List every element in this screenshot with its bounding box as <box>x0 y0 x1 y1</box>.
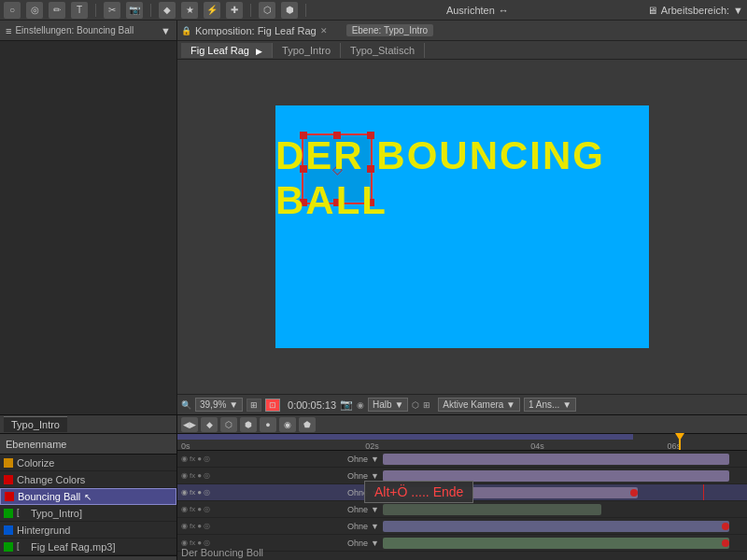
tl-hg-prop2[interactable]: fx <box>190 522 195 530</box>
tab-typo-intro[interactable]: Typo_Intro <box>273 43 341 58</box>
ruler-0s: 0s <box>181 441 190 451</box>
ebenenname-label: Ebenenname <box>6 439 66 450</box>
tab-typo-statisch[interactable]: Typo_Statisch <box>341 43 425 58</box>
layer-row-typo-intro[interactable]: [ Typo_Intro] <box>0 505 176 522</box>
comp-region-icon[interactable]: ⊡ <box>265 399 280 412</box>
workspace-dropdown[interactable]: ▼ <box>733 5 743 16</box>
tl-ti-prop2[interactable]: fx <box>190 505 195 513</box>
layer-names-panel: Typo_Intro Ebenenname Colorize Change Co… <box>0 415 177 560</box>
tl-bb-prop3[interactable]: ● <box>197 488 202 497</box>
layer-row-hintergrund[interactable]: Hintergrund <box>0 522 176 539</box>
tl-ti-prop3[interactable]: ● <box>197 505 202 513</box>
tl-prop1[interactable]: ◉ <box>181 455 188 463</box>
tab-arrow: ▶ <box>256 47 262 56</box>
layer-row-change-colors[interactable]: Change Colors <box>0 471 176 488</box>
comp-close-icon[interactable]: ✕ <box>320 26 328 35</box>
tl-fl-prop3[interactable]: ● <box>197 539 202 547</box>
quality-dropdown[interactable]: Halb ▼ <box>368 398 408 412</box>
tl-btn-graph[interactable]: ⬡ <box>220 417 237 432</box>
tl-btn-keyframe[interactable]: ◆ <box>201 417 218 432</box>
camera-tool-icon[interactable]: 📷 <box>126 2 143 19</box>
tl-ti-prop1[interactable]: ◉ <box>181 505 188 513</box>
tl-prop2[interactable]: fx <box>190 455 195 463</box>
left-panel-expand-icon[interactable]: ≡ <box>6 25 11 36</box>
work-area-bar <box>177 434 633 440</box>
tl-hg-prop4[interactable]: ◎ <box>204 522 210 530</box>
tl-btn-motion-blur[interactable]: ⬢ <box>240 417 257 432</box>
workspace-icon: 🖥 <box>647 5 657 16</box>
tl-mode-dropdown[interactable]: ▼ <box>371 455 379 464</box>
layer-color-colorize <box>4 458 13 468</box>
tl-bb-prop2[interactable]: fx <box>190 488 195 497</box>
left-panel-menu-icon[interactable]: ▼ <box>161 25 171 36</box>
tl-fl-mode-dropdown[interactable]: ▼ <box>371 539 379 548</box>
tl-ti-prop4[interactable]: ◎ <box>204 505 210 513</box>
tl-cc-prop4[interactable]: ◎ <box>204 471 210 480</box>
tl-cc-prop3[interactable]: ● <box>197 471 202 480</box>
comp-fit-icon[interactable]: ⊞ <box>247 399 261 412</box>
move-tool-icon[interactable]: ✚ <box>226 2 243 19</box>
tl-cc-mode-dropdown[interactable]: ▼ <box>371 471 379 481</box>
comp-panel: 🔒 Komposition: Fig Leaf Rag ✕ Ebene: Typ… <box>177 21 747 414</box>
layer-row-bouncing-ball[interactable]: Bouncing Ball ↖ <box>0 488 176 505</box>
tl-mode-change-colors: Ohne ▼ <box>347 471 379 481</box>
tl-fl-prop4[interactable]: ◎ <box>204 539 210 547</box>
tl-hg-mode-dropdown[interactable]: ▼ <box>371 522 379 531</box>
snap-icon[interactable]: 📷 <box>340 399 353 411</box>
separator3 <box>250 4 251 17</box>
shape-tool-icon[interactable]: ◆ <box>159 2 176 19</box>
extra-tool2[interactable]: ⬢ <box>281 2 298 19</box>
layers-area: Typo_Intro Ebenenname Colorize Change Co… <box>0 414 747 560</box>
tl-hg-prop3[interactable]: ● <box>197 522 202 530</box>
layer-label-text: Ebene: Typo_Intro <box>352 25 429 35</box>
star-tool-icon[interactable]: ★ <box>181 2 198 19</box>
tl-prop4[interactable]: ◎ <box>204 455 210 463</box>
tl-ti-mode-dropdown[interactable]: ▼ <box>371 505 379 514</box>
tl-prop3[interactable]: ● <box>197 455 202 463</box>
tl-bar-area-typo-intro <box>383 501 747 517</box>
tl-bb-prop4[interactable]: ◎ <box>204 488 210 497</box>
typo-intro-tab[interactable]: Typo_Intro <box>4 416 67 432</box>
tl-bar-fig-leaf <box>383 538 729 549</box>
tl-cc-prop2[interactable]: fx <box>190 471 195 480</box>
tl-btn-solo[interactable]: ⬟ <box>299 417 316 432</box>
layer-scrollbar[interactable] <box>0 555 176 560</box>
views-dropdown[interactable]: 1 Ans... ▼ <box>524 398 576 412</box>
tl-row-hintergrund: ◉ fx ● ◎ Ohne ▼ <box>177 518 747 535</box>
tl-hg-mode-label: Ohne <box>347 522 368 531</box>
layer-row-fig-leaf-rag[interactable]: [ Fig Leaf Rag.mp3] <box>0 539 176 555</box>
extra-tool1[interactable]: ⬡ <box>259 2 275 19</box>
comp-zoom-icon: 🔍 <box>181 400 191 410</box>
layer-row-colorize[interactable]: Colorize <box>0 455 176 471</box>
select-tool-icon[interactable]: ○ <box>4 2 21 19</box>
comp-title: Komposition: Fig Leaf Rag <box>195 25 317 36</box>
rotate-tool-icon[interactable]: ◎ <box>26 2 43 19</box>
camera-dropdown[interactable]: Aktive Kamera ▼ <box>438 398 520 412</box>
tl-ti-mode-label: Ohne <box>347 505 368 514</box>
tl-btn-quality[interactable]: ● <box>260 417 276 432</box>
playhead[interactable] <box>679 434 681 450</box>
tl-cc-mode-label: Ohne <box>347 471 368 481</box>
pen-tool-icon[interactable]: ✂ <box>104 2 120 19</box>
left-panel-content <box>0 41 176 414</box>
layer-list: Colorize Change Colors Bouncing Ball ↖ [… <box>0 455 176 555</box>
tl-cc-prop1[interactable]: ◉ <box>181 471 188 480</box>
tl-bb-prop1[interactable]: ◉ <box>181 488 188 497</box>
tl-fl-prop2[interactable]: fx <box>190 539 195 547</box>
zoom-dropdown[interactable]: 39,9% ▼ <box>195 398 243 412</box>
bracket-icon: [ <box>17 508 28 519</box>
brush-tool-icon[interactable]: ✏ <box>49 2 65 19</box>
tl-btn-prev[interactable]: ◀▶ <box>181 417 198 432</box>
layer-name-change-colors: Change Colors <box>17 474 85 485</box>
layer-color-typo-intro <box>4 509 13 518</box>
text-tool-icon[interactable]: T <box>71 2 88 19</box>
tab-fig-leaf-rag[interactable]: Fig Leaf Rag ▶ <box>181 43 273 58</box>
tl-props-colorize: ◉ fx ● ◎ Ohne ▼ <box>177 455 383 464</box>
tl-fl-prop1[interactable]: ◉ <box>181 539 188 547</box>
grid-icon[interactable]: ⊞ <box>423 400 430 410</box>
tl-hg-prop1[interactable]: ◉ <box>181 522 188 530</box>
wand-tool-icon[interactable]: ⚡ <box>204 2 220 19</box>
bottom-tab-row: Typo_Intro <box>0 415 176 434</box>
tab-fig-leaf-label: Fig Leaf Rag <box>190 45 249 56</box>
tl-btn-3d[interactable]: ◉ <box>279 417 296 432</box>
